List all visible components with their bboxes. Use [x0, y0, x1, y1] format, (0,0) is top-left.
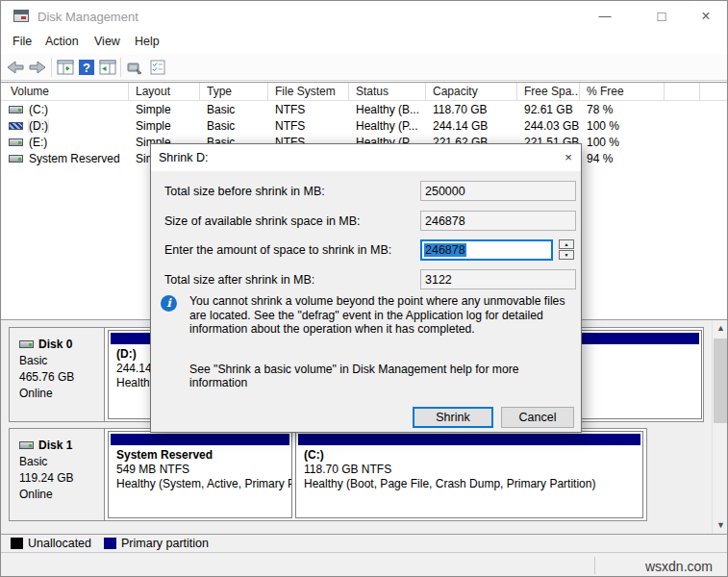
volume-name: (C:): [29, 103, 48, 116]
scroll-down-icon[interactable]: ▼: [713, 517, 728, 534]
disk-size: 465.76 GB: [19, 370, 104, 384]
drive-icon-selected: [9, 122, 23, 130]
column-header-status[interactable]: Status: [349, 83, 426, 100]
disk-icon: [19, 441, 34, 449]
column-header-volume[interactable]: Volume: [1, 83, 129, 100]
partition-size: 118.70 GB NTFS: [304, 463, 642, 477]
dialog-title: Shrink D:: [159, 151, 208, 164]
drive-icon: [9, 106, 23, 113]
disk-status: Online: [19, 488, 104, 501]
spin-down-button[interactable]: ▼: [559, 250, 574, 260]
minimize-button[interactable]: —: [590, 6, 619, 27]
checklist-icon[interactable]: [148, 58, 167, 77]
watermark: wsxdn.com: [645, 559, 713, 574]
partition-system-reserved[interactable]: System Reserved 549 MB NTFS Healthy (Sys…: [108, 431, 292, 518]
disk-type: Basic: [19, 354, 104, 367]
console-tree-icon[interactable]: [56, 58, 75, 77]
dialog-close-icon[interactable]: ×: [559, 149, 578, 166]
column-header-filler: [700, 83, 727, 100]
action-pane-icon[interactable]: [98, 58, 117, 77]
column-header-blank: [665, 83, 700, 100]
field-label-available: Size of available shrink space in MB:: [164, 214, 361, 228]
disk1-row: Disk 1 Basic 119.24 GB Online System Res…: [9, 428, 647, 521]
field-available: 246878: [420, 211, 576, 231]
disk-name: Disk 1: [38, 439, 72, 452]
app-icon: [13, 10, 29, 22]
field-label-total-before: Total size before shrink in MB:: [164, 185, 325, 198]
column-header-type[interactable]: Type: [200, 83, 268, 100]
title-bar: Disk Management — □ ×: [1, 1, 727, 32]
help-text: See "Shrink a basic volume" in Disk Mana…: [189, 363, 578, 389]
scrollbar-thumb[interactable]: [714, 339, 728, 423]
volume-name: System Reserved: [29, 152, 120, 165]
disk-type: Basic: [19, 455, 104, 468]
legend-bar: Unallocated Primary partition: [1, 534, 727, 552]
field-total-after: 3122: [420, 269, 576, 289]
partition-name: System Reserved: [116, 448, 291, 463]
volume-name: (D:): [29, 119, 48, 133]
disk-icon: [19, 340, 34, 348]
scroll-up-icon[interactable]: ▲: [713, 320, 728, 337]
partition-status: Healthy (Boot, Page File, Crash Dump, Pr…: [304, 477, 642, 491]
column-header-capacity[interactable]: Capacity: [426, 83, 517, 100]
spin-up-button[interactable]: ▲: [559, 239, 574, 249]
toolbar: ?: [1, 54, 727, 81]
disk-status: Online: [19, 387, 104, 400]
back-icon[interactable]: [6, 58, 25, 77]
volume-list-header: Volume Layout Type File System Status Ca…: [1, 83, 727, 101]
toolbar-separator: [120, 58, 121, 77]
vertical-scrollbar[interactable]: ▲ ▼: [712, 320, 728, 534]
info-text: You cannot shrink a volume beyond the po…: [189, 294, 578, 337]
drive-icon: [9, 155, 23, 163]
partition-status: Healthy (System, Active, Primary Partiti…: [116, 477, 291, 491]
partition-name: (C:): [304, 448, 642, 463]
menu-help[interactable]: Help: [135, 35, 160, 48]
properties-icon[interactable]: [125, 58, 144, 77]
column-header-free-space[interactable]: Free Spa...: [517, 83, 580, 100]
column-header-file-system[interactable]: File System: [268, 83, 349, 100]
svg-text:?: ?: [83, 61, 90, 75]
shrink-amount-input[interactable]: 246878: [420, 239, 553, 261]
disk-name: Disk 0: [38, 338, 72, 351]
selected-text: 246878: [424, 243, 466, 257]
disk0-label[interactable]: Disk 0 Basic 465.76 GB Online: [10, 328, 105, 421]
close-button[interactable]: ×: [691, 6, 720, 27]
partition-color-bar: [298, 434, 640, 445]
menu-action[interactable]: Action: [45, 35, 79, 48]
partition-size: 549 MB NTFS: [116, 463, 291, 477]
field-label-total-after: Total size after shrink in MB:: [164, 273, 314, 287]
status-bar: [1, 552, 727, 577]
dialog-title-bar: Shrink D: ×: [151, 144, 581, 171]
shrink-dialog: Shrink D: × Total size before shrink in …: [150, 143, 582, 433]
column-header-layout[interactable]: Layout: [129, 83, 200, 100]
toolbar-separator: [51, 58, 52, 77]
disk-management-window: Disk Management — □ × File Action View H…: [0, 0, 728, 577]
disk-size: 119.24 GB: [19, 471, 104, 485]
field-label-shrink-amount: Enter the amount of space to shrink in M…: [164, 243, 391, 257]
maximize-button[interactable]: □: [647, 6, 676, 27]
legend-primary-partition: Primary partition: [104, 537, 209, 550]
volume-name: (E:): [29, 136, 47, 149]
table-row-d-selected[interactable]: (D:) Simple Basic NTFS Healthy (P... 244…: [1, 117, 727, 134]
info-icon: i: [161, 295, 177, 312]
field-total-before: 250000: [420, 181, 576, 201]
window-title: Disk Management: [38, 10, 138, 24]
forward-icon[interactable]: [28, 58, 47, 77]
unallocated-swatch: [11, 538, 23, 549]
menu-view[interactable]: View: [94, 35, 120, 48]
partition-color-bar: [111, 434, 289, 445]
shrink-button[interactable]: Shrink: [413, 407, 493, 428]
status-bar-separator: [594, 557, 595, 574]
table-row-c[interactable]: (C:) Simple Basic NTFS Healthy (B... 118…: [1, 101, 727, 117]
legend-unallocated: Unallocated: [11, 537, 91, 550]
menu-bar: File Action View Help: [1, 32, 727, 54]
partition-c[interactable]: (C:) 118.70 GB NTFS Healthy (Boot, Page …: [295, 431, 643, 518]
primary-partition-swatch: [104, 538, 116, 549]
disk1-label[interactable]: Disk 1 Basic 119.24 GB Online: [10, 429, 105, 520]
drive-icon: [9, 138, 23, 146]
column-header-pct-free[interactable]: % Free: [580, 83, 665, 100]
help-icon[interactable]: ?: [77, 58, 96, 77]
cancel-button[interactable]: Cancel: [501, 407, 574, 428]
menu-file[interactable]: File: [13, 35, 32, 48]
